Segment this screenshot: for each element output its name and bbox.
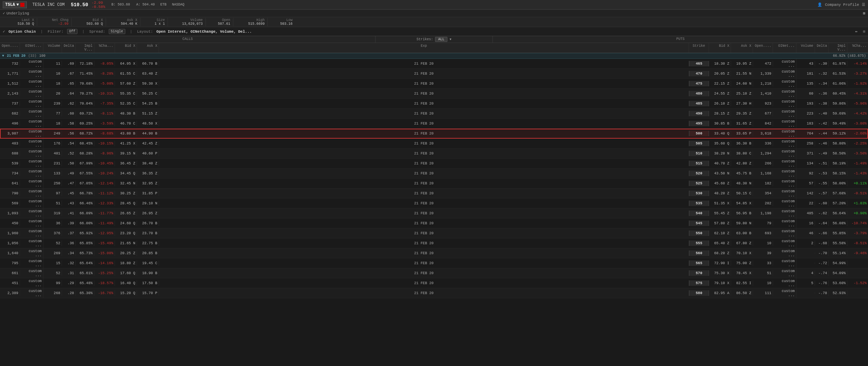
col-implv: Impl V... [76,43,94,53]
ask-x: 56.25 C [137,91,159,96]
implv-p: 59.49% [829,121,847,126]
exchange-badge: NASDAQ [172,3,184,7]
table-row[interactable]: 451 custom ... 99 .29 65.48% -18.57% 16.… [0,278,868,288]
expand-2-icon[interactable]: ⊞ [863,29,865,34]
pct-p [847,292,868,294]
table-row[interactable]: 641 custom ... 250 .47 67.05% -12.14% 32… [0,179,868,189]
strikes-value[interactable]: ALL [435,37,447,42]
implv-p: 56.08% [829,220,847,226]
ask-x-p: 70.10 X [731,250,753,256]
table-row[interactable]: 483 custom ... 176 .54 68.45% -10.15% 41… [0,139,868,149]
volume-p: 16 [796,220,815,226]
delta-p: -.34 [815,81,829,86]
strike-price: 485 [689,101,709,106]
implv-p: 61.06% [829,81,847,86]
bid-x: 64.95 X [115,61,137,66]
volume: 20 [43,91,62,96]
volume: 268 [43,290,62,296]
oi-net: custom ... [20,99,43,108]
delta-p: -.53 [815,171,829,176]
impl-vol: 68.45% [76,141,94,146]
ticker-box[interactable]: TSLA ▼ [3,1,27,8]
open-int: 483 [0,141,20,146]
table-row[interactable]: 734 custom ... 133 .49 67.55% -10.24% 34… [0,169,868,179]
implv-p: 57.68% [829,191,847,196]
ask-x-p: 67.80 Z [731,240,753,246]
table-row[interactable]: 569 custom ... 51 .43 66.46% -12.33% 28.… [0,198,868,208]
table-row[interactable]: 1,056 custom ... 52 .36 65.85% -15.49% 2… [0,238,868,248]
delta-p: -.42 [815,121,829,126]
oi-net: custom ... [20,248,43,258]
strike-price: 480 [689,91,709,96]
pct-change: -10.31% [94,91,115,96]
delta-p: -.55 [815,181,829,186]
oi-net: custom ... [20,258,43,268]
table-row[interactable]: 2,389 custom ... 268 .28 65.30% -16.76% … [0,288,868,298]
table-row[interactable]: 737 custom ... 239 .62 70.04% -7.35% 52.… [0,99,868,109]
oinet-p: custom ... [773,218,796,228]
table-row[interactable]: 1,960 custom ... 376 .37 65.92% -12.95% … [0,228,868,238]
table-row[interactable]: 539 custom ... 231 .50 67.99% -10.45% 36… [0,159,868,169]
etb-badge: ETB [160,3,167,7]
strikes-dropdown[interactable]: ▼ [449,38,451,41]
ask-x: 22.75 B [137,240,159,246]
section-expand-icon[interactable]: ▼ [2,54,4,58]
table-row[interactable]: 732 custom ... 11 .69 72.18% -8.05% 64.9… [0,59,868,69]
pct-p: +0.11% [847,181,868,186]
open-int: 451 [0,280,20,286]
table-row[interactable]: 496 custom ... 18 .58 69.25% -3.59% 46.7… [0,119,868,129]
table-row[interactable]: 661 custom ... 52 .31 65.61% -15.25% 17.… [0,268,868,278]
volume: 52 [43,270,62,276]
underlying-toggle[interactable]: ✓ Underlying [3,11,29,15]
oi-net: custom ... [20,198,43,208]
ticker-dropdown-icon[interactable]: ▼ [17,2,19,7]
column-settings-icon[interactable]: ⇔ [855,29,858,34]
strike-price: 525 [689,181,709,186]
col-delta-p: Delta [815,43,829,53]
table-row[interactable]: 682 custom ... 77 .60 69.72% -8.11% 48.3… [0,109,868,119]
strike-price: 570 [689,270,709,276]
table-row[interactable]: 3,987 custom ... 249 .56 68.72% -8.68% 4… [0,129,868,139]
col-implv-p: Impl V... [829,43,847,53]
expand-icon[interactable]: ⊞ [863,11,865,15]
table-row[interactable]: 688 custom ... 401 .52 68.28% -8.96% 39.… [0,149,868,159]
volume: 269 [43,250,62,256]
delta-p: -.70 [815,250,829,256]
open-int: 539 [0,161,20,166]
bid-x-p: 26.10 Z [709,101,731,106]
expiration: 21 FEB 20 [159,161,689,166]
strike-price: 550 [689,230,709,236]
table-row[interactable]: 1,640 custom ... 269 .34 65.73% -15.00% … [0,248,868,258]
spread-value[interactable]: Single [109,29,125,34]
implv-p: 59.12% [829,131,847,136]
ask-x: 29.10 N [137,201,159,206]
pct-p: -1.52% [847,280,868,286]
oi-net: custom ... [20,159,43,168]
bid-x-label: Bid X [93,18,103,22]
pct-change: -11.77% [94,211,115,216]
filter-value[interactable]: Off [67,29,77,34]
layout-value[interactable]: Open Interest, OINetChange, Volume, Del.… [156,30,252,34]
table-row[interactable]: 450 custom ... 36 .39 66.00% -11.49% 24.… [0,218,868,228]
table-row[interactable]: 1,093 custom ... 319 .41 66.09% -11.77% … [0,208,868,218]
table-row[interactable]: 795 custom ... 15 .32 65.64% -14.16% 18.… [0,258,868,268]
open-int: 2,143 [0,91,20,96]
ask-x: 32.95 Z [137,181,159,186]
impl-vol: 65.61% [76,270,94,276]
volume: 176 [43,141,62,146]
pct-p: -3.79% [847,230,868,236]
size-val: 1 x 1 [155,22,165,26]
table-row[interactable]: 2,143 custom ... 20 .64 70.27% -10.31% 5… [0,89,868,99]
col-header-row: Open.... OINet... Volume Delta Impl V...… [0,43,868,53]
bid-x: 20.25 Z [115,250,137,256]
ask-x-p: 24.60 N [731,81,753,86]
table-row[interactable]: 1,771 custom ... 10 .67 71.45% -8.20% 61… [0,69,868,79]
table-row[interactable]: 790 custom ... 97 .45 66.78% -11.12% 30.… [0,189,868,198]
open-p: 336 [753,141,773,146]
section-count: (33) [28,54,36,58]
oinet-p: custom ... [773,238,796,248]
table-row[interactable]: 1,512 custom ... 18 .65 70.68% -5.00% 57… [0,79,868,89]
open-int: 795 [0,260,20,266]
menu-icon[interactable]: ☰ [862,2,865,7]
company-profile-link[interactable]: Company Profile [825,3,859,7]
